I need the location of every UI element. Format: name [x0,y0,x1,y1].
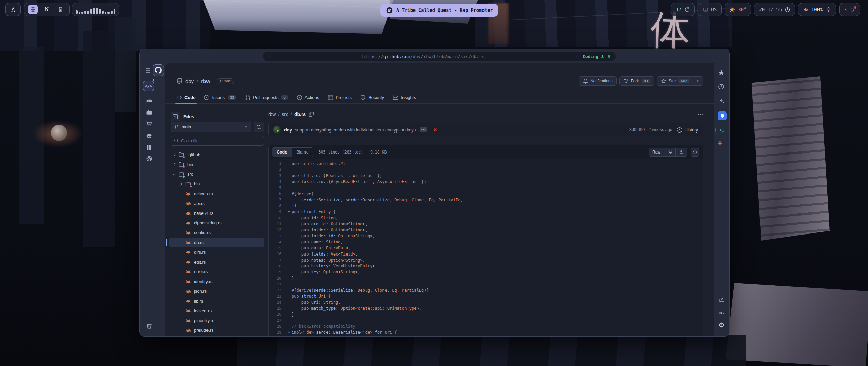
repo-owner[interactable]: doy [185,78,194,84]
app-notes[interactable]: N [42,5,52,14]
line-number[interactable]: 16 [269,252,286,256]
line-number[interactable]: 17 [269,258,286,262]
fold-chevron-icon[interactable]: ▼ [286,210,292,214]
symbols-button[interactable] [691,148,699,157]
tab-issues[interactable]: Issues33 [204,91,236,103]
tab-code-view[interactable]: Code [272,148,292,157]
line-number[interactable]: 25 [269,306,286,311]
sidebar-menu-icon[interactable] [144,67,151,74]
tab-blame-view[interactable]: Blame [292,148,313,157]
line-number[interactable]: 15 [269,246,286,250]
workspace-reading[interactable] [146,144,153,151]
tab-projects[interactable]: Projects [328,91,352,103]
line-number[interactable]: 13 [269,234,286,238]
tray-notifications[interactable]: 3 [839,3,860,16]
commit-status-failed-icon[interactable]: ✕ [433,127,437,133]
workspace-games[interactable] [146,98,153,104]
tree-item-prelude-rs[interactable]: prelude.rs [169,325,264,335]
tray-keyboard-layout[interactable]: US [698,3,722,16]
tree-item-bin[interactable]: bin [169,179,264,189]
launcher-button[interactable] [5,3,21,16]
collapse-panel-button[interactable] [171,112,180,121]
tree-item-json-rs[interactable]: json.rs [169,286,264,296]
tab-security[interactable]: Security [360,91,384,103]
tree-item-edit-rs[interactable]: edit.rs [169,257,264,267]
tree-item-db-rs[interactable]: db.rs [169,238,264,247]
line-number[interactable]: 14 [269,240,286,244]
app-documents[interactable] [56,5,65,14]
tray-audio[interactable]: 100% [798,3,836,16]
tree-item-src[interactable]: src [169,169,264,179]
line-number[interactable]: 12 [269,228,286,232]
line-number[interactable]: 18 [269,264,286,268]
star-button[interactable]: Star 602 ▼ [657,76,703,86]
tab-insights[interactable]: Insights [393,91,416,103]
chevron-down-icon[interactable] [172,172,177,177]
tree-item-bin[interactable]: bin [169,160,264,169]
bookmarks-button[interactable] [718,69,725,76]
line-number[interactable]: 9 [269,210,286,214]
chevron-right-icon[interactable] [172,152,177,157]
new-tab-button[interactable]: + [718,140,722,147]
history-button[interactable] [718,83,725,90]
tree-item-pinentry-rs[interactable]: pinentry.rs [169,316,264,326]
tree-item-config-rs[interactable]: config.rs [169,228,264,238]
line-number[interactable]: 4 [269,180,286,184]
tree-item-api-rs[interactable]: api.rs [169,199,264,208]
chevron-right-icon[interactable] [172,162,177,167]
fold-chevron-icon[interactable]: ▼ [286,331,292,334]
workspace-shopping[interactable] [146,121,153,127]
line-number[interactable]: 29 [269,330,286,335]
avatar[interactable] [273,126,281,134]
line-number[interactable]: 20 [269,276,286,281]
copy-path-icon[interactable] [309,112,314,117]
app-browser[interactable] [28,5,38,14]
settings-button[interactable]: ⚙ [718,322,725,328]
share-button[interactable] [718,296,725,303]
go-to-file-input[interactable] [181,138,261,143]
go-to-file-field[interactable] [171,136,264,146]
repo-name[interactable]: rbw [201,78,210,84]
tree-item--github[interactable]: .github [169,150,264,160]
repo-title[interactable]: doy / rbw Public [177,78,234,84]
passwords-button[interactable] [718,310,725,317]
line-number[interactable]: 11 [269,222,286,226]
line-number[interactable]: 24 [269,300,286,305]
file-search-button[interactable] [254,122,264,132]
line-number[interactable]: 28 [269,324,286,329]
branch-selector[interactable]: main ▼ [171,122,251,132]
breadcrumb-dir[interactable]: src [282,111,288,117]
commit-expand-button[interactable]: ••• [420,127,427,132]
tab-actions[interactable]: Actions [297,91,319,103]
line-number[interactable]: 7 [269,198,286,202]
copy-file-button[interactable] [664,148,675,156]
fork-button[interactable]: Fork 83 [619,76,654,86]
workspace-code[interactable]: </>1 [143,81,154,92]
line-number[interactable]: 21 [269,282,286,286]
line-number[interactable]: 22 [269,288,286,292]
tree-item-locked-rs[interactable]: locked.rs [169,306,264,316]
notifications-button[interactable]: Notifications [579,76,616,86]
breadcrumb-repo[interactable]: rbw [268,111,276,117]
workspace-school[interactable] [146,133,153,139]
tree-item-identity-rs[interactable]: identity.rs [169,277,264,286]
bitwarden-button[interactable] [718,111,727,120]
raw-button[interactable]: Raw [649,148,664,156]
terminal-extension-button[interactable]: >_ [718,126,726,134]
star-dropdown-caret-icon[interactable]: ▼ [693,80,699,83]
line-number[interactable]: 3 [269,174,286,178]
app-switcher[interactable]: N [24,3,70,16]
more-options-button[interactable]: ⋯ [698,111,703,117]
commit-message[interactable]: support decrypting entries with individu… [295,127,416,133]
tree-item-error-rs[interactable]: error.rs [169,267,264,277]
line-number[interactable]: 23 [269,294,286,299]
tab-pull-requests[interactable]: Pull requests5 [245,91,288,103]
commit-sha-and-date[interactable]: 3d0fd90 · 2 weeks ago [629,127,672,132]
line-number[interactable]: 5 [269,186,286,190]
download-file-button[interactable] [675,148,687,156]
tray-updates[interactable]: 17 [671,3,695,16]
line-number[interactable]: 8 [269,204,286,208]
tree-item-cipherstring-rs[interactable]: cipherstring.rs [169,218,264,228]
tree-item-base64-rs[interactable]: base64.rs [169,208,264,218]
line-number[interactable]: 26 [269,312,286,317]
